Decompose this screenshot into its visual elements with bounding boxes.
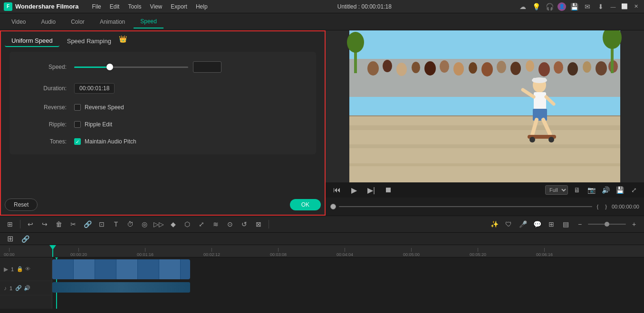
tones-checkbox[interactable]: ✓ <box>74 138 81 145</box>
user-avatar-icon[interactable]: 👤 <box>557 2 566 11</box>
subtitles-button[interactable]: ▤ <box>559 218 572 230</box>
save-icon[interactable]: 💾 <box>569 1 579 12</box>
svg-point-17 <box>583 61 591 73</box>
menu-help[interactable]: Help <box>192 2 211 11</box>
screen-icon[interactable]: 🖥 <box>572 185 582 195</box>
plus-button[interactable]: + <box>628 218 640 230</box>
crown-icon: 👑 <box>119 35 127 47</box>
tab-animation[interactable]: Animation <box>93 16 132 28</box>
crop-button[interactable]: ⊡ <box>96 218 108 230</box>
grid-button[interactable]: ⊞ <box>545 218 557 230</box>
play-pause-button[interactable]: ▶ <box>347 183 361 197</box>
cloud-icon[interactable]: ☁ <box>518 1 528 12</box>
audio-link-btn[interactable]: 🔗 <box>15 285 22 291</box>
wrap-button[interactable]: ⊠ <box>252 218 265 230</box>
save2-icon[interactable]: 💾 <box>615 185 625 195</box>
ok-button[interactable]: OK <box>290 199 321 210</box>
close-button[interactable]: ✕ <box>632 2 640 11</box>
clip-thumb-strip <box>52 259 181 279</box>
download-icon[interactable]: ⬇ <box>596 1 606 12</box>
tab-speed[interactable]: Speed <box>134 15 163 28</box>
resize-button[interactable]: ⤢ <box>195 218 208 230</box>
undo-button[interactable]: ↩ <box>24 218 37 230</box>
timer-button[interactable]: ⏱ <box>124 218 136 230</box>
menu-file[interactable]: File <box>88 2 105 11</box>
effects-button[interactable]: ✨ <box>488 218 500 230</box>
timeline-header: ⊞ 🔗 <box>0 233 644 245</box>
ripple-checkbox-label: Ripple Edit <box>85 121 112 128</box>
timeline-zoom-slider[interactable] <box>588 224 626 225</box>
tools-icon[interactable]: ⊞ <box>4 218 16 230</box>
speed-ramping-tab[interactable]: Speed Ramping <box>60 35 118 47</box>
text-button[interactable]: T <box>110 218 122 230</box>
audio-clip[interactable] <box>52 282 190 293</box>
speed-value-input[interactable]: 1.00 <box>193 61 221 73</box>
duration-value: 00:00:01:18 <box>74 83 115 94</box>
top-bar: F Wondershare Filmora File Edit Tools Vi… <box>0 0 644 13</box>
link-button[interactable]: 🔗 <box>81 218 94 230</box>
shield-button[interactable]: 🛡 <box>502 218 515 230</box>
minus-button[interactable]: − <box>574 218 586 230</box>
svg-point-7 <box>440 60 449 73</box>
uniform-speed-tab[interactable]: Uniform Speed <box>5 35 59 47</box>
menu-tools[interactable]: Tools <box>124 2 145 11</box>
maximize-button[interactable]: ⬜ <box>620 2 629 11</box>
chat-button[interactable]: 💬 <box>531 218 543 230</box>
marker-button[interactable]: ⊙ <box>224 218 236 230</box>
svg-point-6 <box>424 61 436 76</box>
camera-icon[interactable]: 📷 <box>586 185 596 195</box>
target-button[interactable]: ◎ <box>138 218 151 230</box>
menu-view[interactable]: View <box>146 2 166 11</box>
svg-point-10 <box>481 62 493 76</box>
zoom-select[interactable]: Full <box>545 185 568 195</box>
timeline: ⊞ 🔗 00:00 00:00:20 00:01:16 00:02:12 00:… <box>0 233 644 309</box>
speed-content: Speed: 1.00 Duration: 00:00:01:18 Revers… <box>10 52 316 154</box>
reverse-checkbox-row: Reverse Speed <box>74 104 124 111</box>
keyframe-button[interactable]: ◆ <box>167 218 179 230</box>
headset-icon[interactable]: 🎧 <box>544 1 555 12</box>
tab-color[interactable]: Color <box>64 16 91 28</box>
motion-button[interactable]: ▷▷ <box>153 218 165 230</box>
tab-video[interactable]: Video <box>5 16 32 28</box>
tab-audio[interactable]: Audio <box>34 16 62 28</box>
transition-button[interactable]: ⬡ <box>181 218 193 230</box>
playhead-triangle <box>49 245 56 250</box>
ripple-checkbox-row: Ripple Edit <box>74 121 112 128</box>
link-track-button[interactable]: 🔗 <box>19 233 31 245</box>
tones-checkbox-row: ✓ Maintain Audio Pitch <box>74 138 136 145</box>
delete-button[interactable]: 🗑 <box>53 218 65 230</box>
audio-volume-btn[interactable]: 🔊 <box>24 285 30 291</box>
video-clip[interactable] <box>52 259 190 279</box>
reverse-checkbox[interactable] <box>74 104 81 111</box>
svg-rect-22 <box>349 144 620 148</box>
skip-forward-button[interactable]: ▶| <box>365 183 378 197</box>
video-track-lock[interactable]: 🔒 <box>17 266 23 272</box>
reset-button[interactable]: Reset <box>5 199 38 211</box>
progress-bar[interactable] <box>339 206 592 207</box>
volume-icon[interactable]: 🔊 <box>600 185 611 195</box>
player-controls-bar: { } 00:00:00:00 <box>326 198 644 216</box>
svg-point-36 <box>548 137 554 142</box>
expand-icon[interactable]: ⤢ <box>629 185 639 195</box>
playhead-dot[interactable] <box>330 204 336 209</box>
reverse-button[interactable]: ↺ <box>238 218 250 230</box>
video-track-eye[interactable]: 👁 <box>25 266 30 272</box>
clip-thumb-1 <box>52 259 74 279</box>
speed-label: Speed: <box>24 64 67 70</box>
stop-button[interactable]: ⏹ <box>382 183 395 197</box>
ripple-checkbox[interactable] <box>74 121 81 128</box>
minimize-button[interactable]: — <box>609 2 617 11</box>
lightbulb-icon[interactable]: 💡 <box>531 1 541 12</box>
mic-button[interactable]: 🎤 <box>517 218 529 230</box>
cut-button[interactable]: ✂ <box>67 218 79 230</box>
ripple-field-row: Ripple: Ripple Edit <box>24 121 302 128</box>
menu-export[interactable]: Export <box>167 2 191 11</box>
add-track-button[interactable]: ⊞ <box>4 233 16 245</box>
redo-button[interactable]: ↪ <box>38 218 51 230</box>
mail-icon[interactable]: ✉ <box>582 1 593 12</box>
audio-edit-button[interactable]: ≋ <box>210 218 222 230</box>
speed-slider[interactable] <box>74 66 188 68</box>
ruler-tick-0: 00:00 <box>4 248 15 257</box>
menu-edit[interactable]: Edit <box>106 2 124 11</box>
skip-back-button[interactable]: ⏮ <box>330 183 344 197</box>
